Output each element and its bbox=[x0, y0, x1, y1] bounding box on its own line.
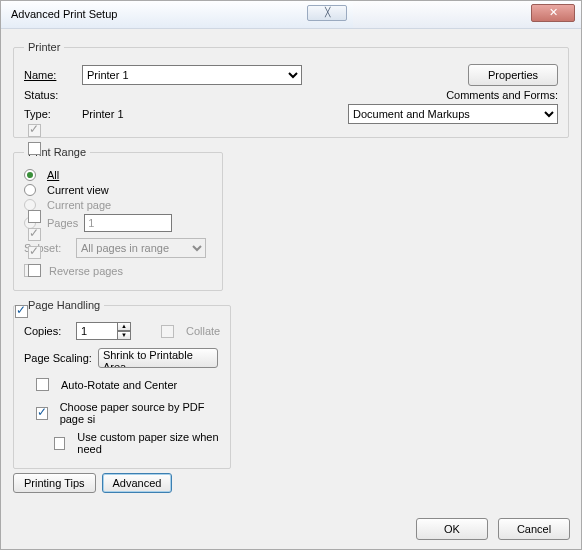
comments-label: Comments and Forms: bbox=[446, 89, 558, 101]
advanced-button[interactable]: Advanced bbox=[102, 473, 173, 493]
pages-input bbox=[84, 214, 172, 232]
properties-button[interactable]: Properties bbox=[468, 64, 558, 86]
preserve-cmyk-checkbox[interactable] bbox=[28, 264, 41, 277]
chevron-down-icon[interactable]: ▼ bbox=[117, 331, 131, 340]
copies-input[interactable] bbox=[76, 322, 118, 340]
printer-name-select[interactable]: Printer 1 bbox=[82, 65, 302, 85]
download-asian-checkbox bbox=[28, 124, 41, 137]
printer-group: Printer Name: Printer 1 Properties Statu… bbox=[13, 41, 569, 138]
current-view-radio[interactable] bbox=[24, 184, 36, 196]
preserve-black-checkbox bbox=[28, 246, 41, 259]
close-icon[interactable]: ✕ bbox=[531, 4, 575, 22]
subset-select: All pages in range bbox=[76, 238, 206, 258]
scaling-select[interactable]: Shrink to Printable Area bbox=[98, 348, 218, 368]
printing-tips-button[interactable]: Printing Tips bbox=[13, 473, 96, 493]
use-custom-checkbox[interactable] bbox=[54, 437, 65, 450]
name-label: Name: bbox=[24, 69, 56, 81]
scaling-label: Page Scaling: bbox=[24, 352, 92, 364]
advanced-title: Advanced Print Setup bbox=[11, 8, 117, 20]
let-printer-checkbox[interactable] bbox=[28, 210, 41, 223]
cancel-button[interactable]: Cancel bbox=[498, 518, 570, 540]
page-handling-group: Page Handling Copies: ▲▼ Collate Page Sc… bbox=[13, 299, 231, 469]
type-label: Type: bbox=[24, 108, 76, 120]
advanced-titlebar: Advanced Print Setup ╳ bbox=[1, 1, 353, 29]
handling-legend: Page Handling bbox=[24, 299, 104, 311]
collate-label: Collate bbox=[186, 325, 220, 337]
print-range-group: Print Range All Current view Current pag… bbox=[13, 146, 223, 291]
print-dialog: Print ✕ Printer Name: Printer 1 Properti… bbox=[0, 0, 582, 550]
discolored-checkbox[interactable] bbox=[28, 142, 41, 155]
all-label: All bbox=[47, 169, 59, 181]
treat-grays-checkbox bbox=[28, 228, 41, 241]
reverse-label: Reverse pages bbox=[49, 265, 123, 277]
ok-button[interactable]: OK bbox=[416, 518, 488, 540]
copies-label: Copies: bbox=[24, 325, 70, 337]
current-view-label: Current view bbox=[47, 184, 109, 196]
copies-spinner[interactable]: ▲▼ bbox=[76, 322, 131, 340]
choose-paper-checkbox[interactable] bbox=[36, 407, 48, 420]
auto-rotate-checkbox[interactable] bbox=[36, 378, 49, 391]
chevron-up-icon[interactable]: ▲ bbox=[117, 322, 131, 331]
auto-rotate-label: Auto-Rotate and Center bbox=[61, 379, 177, 391]
use-custom-label: Use custom paper size when need bbox=[77, 431, 220, 455]
comments-select[interactable]: Document and Markups bbox=[348, 104, 558, 124]
type-value: Printer 1 bbox=[82, 108, 124, 120]
printer-legend: Printer bbox=[24, 41, 64, 53]
current-page-label: Current page bbox=[47, 199, 111, 211]
choose-paper-label: Choose paper source by PDF page si bbox=[60, 401, 221, 425]
status-label: Status: bbox=[24, 89, 76, 101]
all-radio[interactable] bbox=[24, 169, 36, 181]
collate-checkbox bbox=[161, 325, 174, 338]
pages-label: Pages bbox=[47, 217, 78, 229]
close-icon[interactable]: ╳ bbox=[307, 5, 347, 21]
print-as-image-checkbox[interactable] bbox=[15, 305, 28, 318]
